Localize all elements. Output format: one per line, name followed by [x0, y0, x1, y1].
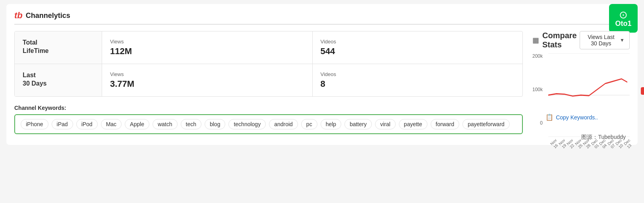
chevron-down-icon: ▼	[620, 37, 625, 43]
last30-title: Last30 Days	[23, 71, 94, 88]
copy-icon: 📋	[545, 113, 553, 121]
main-container: ⊙ Oto1 tb Channelytics TotalLifeTime Vie…	[6, 4, 638, 145]
views-dropdown[interactable]: Views Last 30 Days ▼	[580, 31, 630, 49]
keyword-tag: help	[321, 119, 341, 129]
keywords-section: Channel Keywords: iPhoneiPadiPodMacApple…	[14, 105, 523, 134]
stats-row-total: TotalLifeTime Views 112M Videos 544	[15, 31, 522, 64]
keyword-tag: battery	[344, 119, 372, 129]
keyword-tag: android	[269, 119, 298, 129]
last30-videos-label: Videos	[321, 71, 515, 77]
app-header: tb Channelytics	[14, 10, 630, 25]
keyword-tag: pc	[301, 119, 317, 129]
keyword-tag: technology	[228, 119, 266, 129]
keywords-heading: Channel Keywords:	[14, 105, 523, 111]
chart-wrapper: Nov 16Nov 19Nov 22Nov 25Nov 28Dec 01Dec …	[548, 53, 630, 137]
y-label-0: 0	[532, 120, 543, 126]
compare-title: Compare Stats	[542, 31, 580, 49]
stats-section: TotalLifeTime Views 112M Videos 544 Last…	[14, 31, 523, 137]
y-label-100k: 100k	[532, 87, 543, 92]
keyword-tag: forward	[431, 119, 460, 129]
chart-container: Nov 16Nov 19Nov 22Nov 25Nov 28Dec 01Dec …	[548, 53, 630, 137]
app-title: Channelytics	[26, 12, 70, 20]
stats-row-last30: Last30 Days Views 3.77M Videos 8	[15, 64, 522, 96]
keyword-tag: viral	[375, 119, 396, 129]
total-views-label: Views	[110, 39, 304, 45]
keyword-tag: tech	[181, 119, 201, 129]
last30-videos-value: 8	[321, 79, 515, 89]
keyword-tag: Apple	[125, 119, 149, 129]
y-label-200k: 200k	[532, 53, 543, 59]
last30-views-cell: Views 3.77M	[102, 64, 313, 96]
chart-svg	[548, 53, 630, 137]
oto1-icon: ⊙	[619, 10, 628, 20]
last30-views-label: Views	[110, 71, 304, 77]
keyword-tag: Mac	[101, 119, 122, 129]
source-label: 图源：Tubebuddy	[581, 134, 626, 141]
content-row: TotalLifeTime Views 112M Videos 544 Last…	[14, 31, 630, 137]
keyword-tag: iPhone	[21, 119, 48, 129]
dropdown-label: Views Last 30 Days	[585, 34, 617, 47]
total-lifetime-videos-cell: Videos 544	[313, 31, 523, 64]
keyword-tag: payette	[399, 119, 427, 129]
compare-section: ▦ Compare Stats Views Last 30 Days ▼ 200…	[532, 31, 630, 137]
total-lifetime-label-cell: TotalLifeTime	[15, 31, 102, 64]
compare-title-group: ▦ Compare Stats	[532, 31, 580, 49]
compare-header: ▦ Compare Stats Views Last 30 Days ▼	[532, 31, 630, 49]
total-views-value: 112M	[110, 46, 304, 57]
last30-views-value: 3.77M	[110, 79, 304, 89]
keyword-tag: watch	[153, 119, 178, 129]
last30-videos-cell: Videos 8	[313, 64, 523, 96]
legend-them-value: 3.77M	[641, 87, 644, 95]
copy-keywords-label: Copy Keywords..	[556, 114, 598, 121]
total-lifetime-title: TotalLifeTime	[23, 39, 94, 55]
y-axis: 200k 100k 0	[532, 53, 544, 137]
keyword-tag: blog	[205, 119, 225, 129]
total-lifetime-views-cell: Views 112M	[102, 31, 313, 64]
total-videos-label: Videos	[321, 39, 515, 45]
legend-you: You 0	[641, 61, 644, 76]
bar-chart-icon: ▦	[532, 36, 539, 45]
keyword-tag: iPad	[52, 119, 73, 129]
chart-legend: You 0 Them 3.77M	[641, 61, 644, 95]
last30-label-cell: Last30 Days	[15, 64, 102, 96]
keyword-tag: iPod	[76, 119, 98, 129]
x-axis: Nov 16Nov 19Nov 22Nov 25Nov 28Dec 01Dec …	[548, 140, 630, 149]
keywords-box: iPhoneiPadiPodMacApplewatchtechblogtechn…	[14, 114, 523, 134]
keyword-tag: payetteforward	[462, 119, 510, 129]
stats-table: TotalLifeTime Views 112M Videos 544 Last…	[14, 31, 523, 97]
oto1-badge: ⊙ Oto1	[609, 4, 638, 33]
oto1-label: Oto1	[615, 20, 631, 27]
total-videos-value: 544	[321, 46, 515, 57]
copy-keywords-button[interactable]: 📋 Copy Keywords..	[545, 113, 598, 121]
chart-area-wrapper: 200k 100k 0	[532, 53, 630, 137]
legend-them: Them 3.77M	[641, 80, 644, 95]
logo-icon: tb	[14, 10, 23, 21]
